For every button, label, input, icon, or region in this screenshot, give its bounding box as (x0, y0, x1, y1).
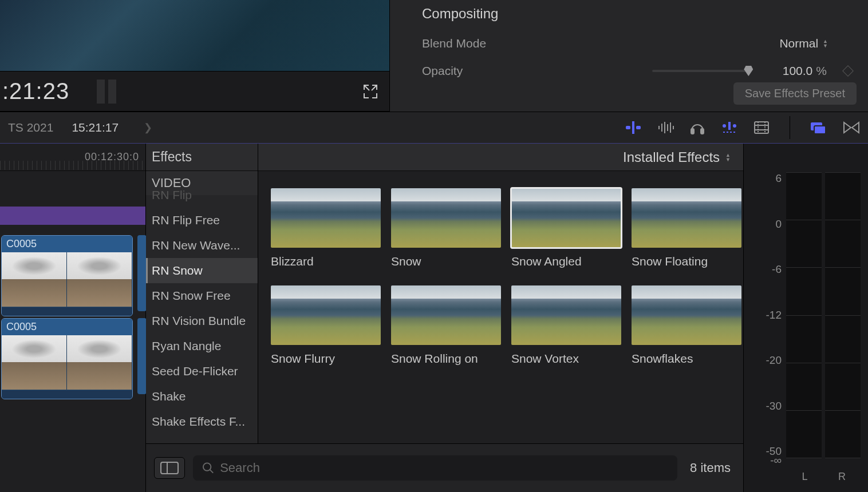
effects-grid: BlizzardSnowSnow AngledSnow FloatingSnow… (258, 171, 743, 383)
effects-footer: 8 items (146, 443, 743, 492)
viewer-preview (0, 0, 389, 72)
view-mode-toggle[interactable] (154, 457, 185, 479)
opacity-label: Opacity (422, 64, 565, 78)
effect-preset[interactable]: Snow Flurry (271, 285, 381, 366)
timeline-ruler[interactable]: 00:12:30:0 (0, 144, 145, 171)
effect-preset[interactable]: Blizzard (271, 188, 381, 268)
effects-browser-icon[interactable] (811, 121, 827, 134)
meter-tick-label: -6 (752, 263, 782, 276)
effect-label: Blizzard (271, 255, 381, 268)
effect-thumbnail[interactable] (511, 188, 621, 248)
svg-rect-10 (701, 129, 704, 134)
audio-skimming-icon[interactable] (658, 121, 674, 134)
effects-category-item[interactable]: Seed De-Flicker (146, 359, 258, 384)
timeline-clip[interactable]: C0005 (1, 235, 133, 316)
meter-bars (786, 172, 861, 458)
inspector-panel: Compositing Blend Mode Normal ▲▼ Opacity… (389, 0, 868, 112)
svg-rect-2 (636, 126, 641, 129)
opacity-slider[interactable] (652, 70, 749, 72)
effects-category-item[interactable]: RN Snow Free (146, 283, 258, 308)
svg-point-13 (733, 124, 736, 128)
stepper-icon: ▲▼ (823, 39, 828, 48)
meter-tick-label: -30 (752, 400, 782, 412)
chevron-right-icon[interactable]: ❯ (144, 121, 152, 134)
timeline-panel[interactable]: 00:12:30:0 C0005 C0005 (0, 144, 146, 492)
effect-thumbnail[interactable] (271, 188, 381, 248)
blend-mode-select[interactable]: Normal ▲▼ (779, 37, 852, 50)
project-timecode: 15:21:17 (72, 121, 119, 134)
slider-thumb-icon[interactable] (744, 66, 753, 76)
svg-rect-0 (632, 121, 634, 134)
opacity-value[interactable]: 100.0 (761, 64, 812, 78)
effects-category-item[interactable]: Shake (146, 384, 258, 409)
save-effects-preset-button[interactable]: Save Effects Preset (733, 82, 857, 105)
svg-point-12 (723, 124, 726, 128)
effect-preset[interactable]: Snow Floating (632, 188, 741, 268)
inspector-section-title: Compositing (422, 6, 852, 22)
effect-thumbnail[interactable] (632, 188, 741, 248)
effect-preset[interactable]: Snowflakes (632, 285, 741, 366)
effect-thumbnail[interactable] (271, 285, 381, 345)
effects-scope-header: Installed Effects ▲▼ (258, 144, 743, 171)
meter-tick-label: -12 (752, 309, 782, 322)
effects-category-item[interactable]: RN Flip (146, 188, 258, 208)
svg-rect-9 (691, 129, 694, 134)
svg-point-24 (203, 463, 211, 470)
effect-label: Snow Floating (632, 255, 741, 268)
meter-channel-r: R (823, 471, 861, 483)
project-name[interactable]: TS 2021 (8, 121, 53, 134)
timeline-clip-edge[interactable] (137, 235, 147, 311)
timeline-clip-edge[interactable] (137, 318, 147, 394)
effect-preset[interactable]: Snow Vortex (511, 285, 621, 366)
keyframe-icon[interactable] (842, 65, 854, 77)
opacity-unit: % (816, 64, 827, 78)
timeline-index-icon[interactable] (754, 121, 769, 134)
effect-preset[interactable]: Snow (391, 188, 501, 268)
effect-thumbnail[interactable] (391, 188, 501, 248)
effect-label: Snow Vortex (511, 352, 621, 366)
fullscreen-icon[interactable] (362, 83, 379, 100)
effects-panel-title: Effects (146, 144, 258, 171)
meter-infinity: -∞ (752, 454, 782, 467)
audio-level-indicator (97, 80, 116, 104)
effects-category-item[interactable]: Ryan Nangle (146, 334, 258, 359)
snapping-icon[interactable] (721, 121, 738, 134)
effects-category-item[interactable]: RN Vision Bundle (146, 308, 258, 334)
clip-name: C0005 (2, 236, 132, 252)
effects-category-item[interactable]: RN Snow (146, 258, 258, 283)
effect-thumbnail[interactable] (632, 285, 741, 345)
effects-category-list[interactable]: VIDEO RN Flip RN Flip FreeRN New Wave...… (146, 171, 258, 443)
svg-rect-1 (626, 126, 630, 129)
effects-item-count: 8 items (685, 461, 735, 475)
audio-meters: 60-6-12-20-30-50 -∞ L R (743, 144, 868, 492)
viewer-timecode: :21:23 (0, 78, 69, 104)
opacity-row: Opacity 100.0 % (422, 57, 852, 85)
transitions-browser-icon[interactable] (843, 121, 860, 134)
timeline-clip[interactable]: C0005 (1, 318, 133, 399)
svg-rect-15 (755, 122, 768, 133)
meter-channel-labels: L R (786, 471, 861, 483)
effect-label: Snowflakes (632, 352, 741, 366)
meter-tick-label: -20 (752, 354, 782, 367)
effects-scope-dropdown[interactable]: Installed Effects ▲▼ (623, 149, 731, 165)
effect-preset[interactable]: Snow Angled (511, 188, 621, 268)
search-input[interactable] (220, 461, 668, 475)
blend-mode-row: Blend Mode Normal ▲▼ (422, 30, 852, 57)
meter-tick-label: 0 (752, 218, 782, 231)
effects-category-item[interactable]: RN Flip Free (146, 208, 258, 233)
effect-preset[interactable]: Snow Rolling on (391, 285, 501, 366)
effect-label: Snow Flurry (271, 352, 381, 366)
timeline-title-clip[interactable] (0, 207, 145, 225)
solo-icon[interactable] (690, 120, 705, 135)
search-field[interactable] (193, 455, 677, 481)
effect-label: Snow (391, 255, 501, 268)
skimming-icon[interactable] (625, 121, 642, 134)
effect-thumbnail[interactable] (391, 285, 501, 345)
effects-scope-label: Installed Effects (623, 149, 720, 165)
effects-category-sidebar: Effects VIDEO RN Flip RN Flip FreeRN New… (146, 144, 258, 443)
clip-name: C0005 (2, 319, 132, 335)
effects-category-item[interactable]: RN New Wave... (146, 233, 258, 258)
effect-thumbnail[interactable] (511, 285, 621, 345)
effects-category-item[interactable]: Shake Effects F... (146, 409, 258, 434)
svg-rect-22 (161, 462, 178, 474)
